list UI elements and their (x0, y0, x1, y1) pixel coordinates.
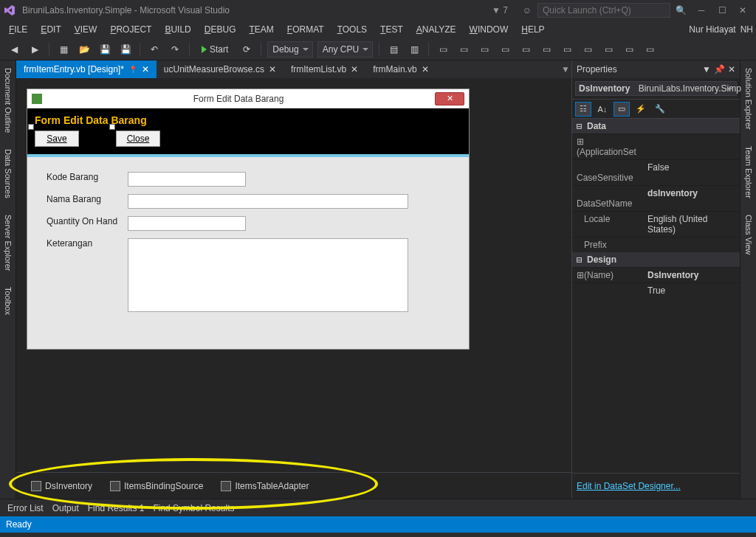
toolwindow-tab[interactable]: Error List (7, 503, 44, 513)
layout-icon[interactable]: ▭ (538, 41, 554, 58)
events-icon[interactable]: ⚡ (633, 102, 649, 117)
tab-overflow-icon[interactable]: ▼ (560, 60, 571, 78)
undo-icon[interactable]: ↶ (146, 41, 162, 58)
property-row[interactable]: ⊞(Name)DsInventory (572, 267, 740, 283)
rail-document-outline[interactable]: Document Outline (2, 63, 14, 137)
align-icon[interactable]: ▥ (406, 41, 422, 58)
save-icon[interactable]: 💾 (97, 41, 113, 58)
toolwindow-tab[interactable]: Output (52, 503, 79, 513)
property-row[interactable]: LocaleEnglish (United States) (572, 211, 740, 237)
menu-format[interactable]: FORMAT (281, 23, 330, 36)
menu-debug[interactable]: DEBUG (199, 23, 242, 36)
document-tab[interactable]: ucUnitMeasureBrowse.cs✕ (157, 60, 284, 78)
property-category[interactable]: ⊟Data (572, 119, 740, 134)
start-options-icon[interactable]: ⟳ (238, 41, 255, 58)
menu-help[interactable]: HELP (515, 23, 550, 36)
quantity-input[interactable] (128, 216, 246, 231)
rail-server-explorer[interactable]: Server Explorer (2, 210, 14, 275)
layout-icon[interactable]: ▭ (476, 41, 492, 58)
property-category[interactable]: ⊟Design (572, 252, 740, 267)
rail-class-view[interactable]: Class View (743, 210, 755, 259)
layout-icon[interactable]: ▭ (456, 41, 472, 58)
document-tab[interactable]: frmItemList.vb✕ (284, 60, 365, 78)
component-dsinventory[interactable]: DsInventory (31, 481, 92, 491)
close-icon[interactable]: ✕ (728, 64, 735, 75)
pin-icon[interactable]: 📌 (714, 64, 725, 75)
notification-flag[interactable]: ▼ 7 (492, 5, 508, 15)
designed-form[interactable]: Form Edit Data Barang ✕ Form Edit Data B… (27, 89, 470, 350)
user-name[interactable]: Nur Hidayat (689, 24, 735, 35)
close-tab-icon[interactable]: ✕ (351, 64, 358, 75)
quick-launch-input[interactable] (537, 3, 670, 18)
form-designer[interactable]: Form Edit Data Barang ✕ Form Edit Data B… (16, 78, 571, 472)
property-row[interactable]: DataSetNamedsInventory (572, 185, 740, 211)
close-button[interactable]: ✕ (732, 2, 753, 18)
close-form-button[interactable]: Close (116, 131, 160, 147)
property-row[interactable]: ⊞(ApplicationSet (572, 134, 740, 159)
feedback-icon[interactable]: ☺ (517, 2, 537, 18)
layout-icon[interactable]: ▭ (600, 41, 616, 58)
layout-icon[interactable]: ▭ (518, 41, 534, 58)
layout-icon[interactable]: ▭ (497, 41, 513, 58)
platform-dropdown[interactable]: Any CPU (317, 41, 373, 58)
close-tab-icon[interactable]: ✕ (269, 64, 276, 75)
config-dropdown[interactable]: Debug (267, 41, 312, 58)
nama-barang-input[interactable] (128, 194, 408, 209)
menu-build[interactable]: BUILD (159, 23, 196, 36)
open-file-icon[interactable]: 📂 (76, 41, 92, 58)
minimize-button[interactable]: ─ (691, 2, 712, 18)
menu-view[interactable]: VIEW (69, 23, 103, 36)
start-button[interactable]: Start (196, 41, 234, 58)
redo-icon[interactable]: ↷ (167, 41, 183, 58)
categorized-view-icon[interactable]: ☷ (575, 102, 591, 117)
layout-icon[interactable]: ▭ (559, 41, 575, 58)
layout-icon[interactable]: ▭ (621, 41, 637, 58)
layout-icon[interactable]: ▭ (435, 41, 451, 58)
toolwindow-tab[interactable]: Find Symbol Results (153, 503, 234, 513)
rail-data-sources[interactable]: Data Sources (2, 145, 14, 203)
save-all-icon[interactable]: 💾 (117, 41, 134, 58)
save-form-button[interactable]: Save (35, 131, 79, 147)
maximize-button[interactable]: ☐ (712, 2, 732, 18)
rail-solution-explorer[interactable]: Solution Explorer (743, 63, 755, 134)
menu-project[interactable]: PROJECT (104, 23, 157, 36)
alphabetical-view-icon[interactable]: A↓ (594, 102, 611, 117)
property-pages-icon[interactable]: 🔧 (652, 102, 668, 117)
property-row[interactable]: Prefix (572, 237, 740, 252)
property-row[interactable]: GenerateMembTrue (572, 283, 740, 296)
pin-icon[interactable]: 📍 (128, 66, 137, 74)
kode-barang-input[interactable] (128, 172, 246, 187)
property-row[interactable]: CaseSensitiveFalse (572, 159, 740, 185)
component-tray[interactable]: DsInventoryItemsBindingSourceItemsTableA… (16, 472, 571, 499)
toolwindow-tab[interactable]: Find Results 1 (88, 503, 145, 513)
property-object-selector[interactable]: DsInventory BiruniLabs.Inventory.Simp (572, 78, 740, 100)
align-icon[interactable]: ▤ (385, 41, 402, 58)
properties-page-icon[interactable]: ▭ (614, 102, 630, 117)
rail-toolbox[interactable]: Toolbox (2, 283, 14, 319)
chevron-down-icon[interactable]: ▼ (702, 64, 711, 75)
menu-file[interactable]: FILE (3, 23, 33, 36)
menu-tools[interactable]: TOOLS (331, 23, 373, 36)
close-tab-icon[interactable]: ✕ (142, 64, 149, 75)
new-project-icon[interactable]: ▦ (55, 41, 72, 58)
layout-icon[interactable]: ▭ (580, 41, 596, 58)
nav-fwd-icon[interactable]: ▶ (27, 41, 43, 58)
edit-dataset-link[interactable]: Edit in DataSet Designer... (572, 473, 740, 499)
component-itemsbindingsource[interactable]: ItemsBindingSource (110, 481, 203, 491)
close-tab-icon[interactable]: ✕ (422, 64, 429, 75)
menu-edit[interactable]: EDIT (35, 23, 66, 36)
component-itemstableadapter[interactable]: ItemsTableAdapter (221, 481, 309, 491)
document-tab[interactable]: frmItemEntry.vb [Design]*📍✕ (16, 60, 157, 78)
search-icon[interactable]: 🔍 (670, 2, 691, 18)
menu-analyze[interactable]: ANALYZE (410, 23, 462, 36)
keterangan-textarea[interactable] (128, 238, 408, 312)
menu-window[interactable]: WINDOW (464, 23, 515, 36)
menu-team[interactable]: TEAM (243, 23, 279, 36)
nav-back-icon[interactable]: ◀ (6, 41, 22, 58)
user-avatar[interactable]: NH (740, 24, 753, 35)
form-close-button[interactable]: ✕ (435, 92, 464, 105)
rail-team-explorer[interactable]: Team Explorer (743, 142, 755, 203)
menu-test[interactable]: TEST (374, 23, 409, 36)
layout-icon[interactable]: ▭ (642, 41, 658, 58)
document-tab[interactable]: frmMain.vb✕ (365, 60, 436, 78)
